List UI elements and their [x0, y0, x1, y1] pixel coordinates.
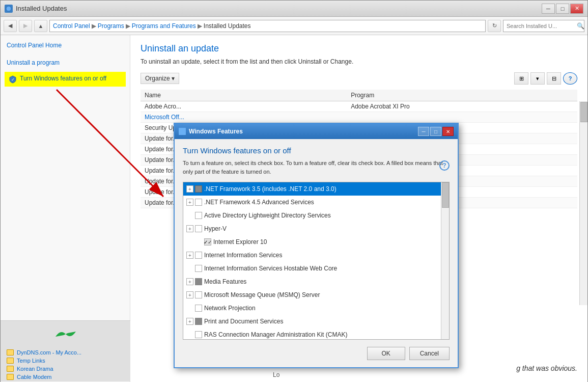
feature-item-ras[interactable]: RAS Connection Manager Administration Ki… — [183, 328, 449, 340]
features-scrollbar[interactable] — [441, 182, 449, 339]
feature-item-netproj[interactable]: Network Projection — [183, 302, 449, 315]
feature-item-iis-hwc[interactable]: Internet Information Services Hostable W… — [183, 262, 449, 275]
expand-hyperv[interactable]: + — [186, 225, 193, 232]
sidebar-home-link[interactable]: Control Panel Home — [5, 40, 126, 50]
scrollbar-thumb[interactable] — [580, 102, 587, 122]
feature-item-net45[interactable]: + .NET Framework 4.5 Advanced Services — [183, 196, 449, 209]
feature-item-msmq[interactable]: + Microsoft Message Queue (MSMQ) Server — [183, 288, 449, 302]
search-box[interactable]: 🔍 — [503, 20, 584, 32]
feature-item-ie10[interactable]: ✓ Internet Explorer 10 — [183, 235, 449, 249]
refresh-button[interactable]: ↻ — [488, 20, 501, 32]
forward-button[interactable]: ▶ — [19, 20, 32, 32]
path-programs[interactable]: Programs — [98, 22, 124, 30]
dialog-heading: Turn Windows features on or off — [183, 146, 450, 155]
view-split-button[interactable]: ⊟ — [547, 72, 561, 85]
expand-print[interactable]: + — [186, 318, 193, 325]
dialog-buttons: OK Cancel — [183, 347, 450, 360]
label-net35: .NET Framework 3.5 (includes .NET 2.0 an… — [204, 185, 337, 193]
sidebar-uninstall-link[interactable]: Uninstall a program — [5, 58, 126, 68]
main-window: Installed Updates ─ □ ✕ ◀ ▶ ▲ Control Pa… — [0, 0, 588, 382]
shield-icon: ✓ — [9, 75, 17, 84]
checkbox-net45[interactable] — [195, 199, 202, 206]
checkbox-ie10[interactable]: ✓ — [204, 238, 211, 245]
col-header-program[interactable]: Program — [347, 90, 577, 101]
expand-iis[interactable]: + — [186, 252, 193, 259]
nav-dyndns-label: DynDNS.com - My Acco... — [17, 349, 81, 356]
green-arrows-icon — [53, 324, 78, 344]
label-msmq: Microsoft Message Queue (MSMQ) Server — [204, 291, 320, 298]
cancel-button[interactable]: Cancel — [409, 347, 450, 360]
search-input[interactable] — [507, 23, 577, 29]
path-programs-features[interactable]: Programs and Features — [132, 22, 196, 30]
page-desc: To uninstall an update, select it from t… — [141, 58, 577, 65]
dialog-close-button[interactable]: ✕ — [442, 127, 454, 136]
feature-item-net35[interactable]: + .NET Framework 3.5 (includes .NET 2.0 … — [183, 182, 449, 196]
maximize-button[interactable]: □ — [556, 4, 569, 14]
dialog-icon — [179, 128, 186, 135]
help-button[interactable]: ? — [563, 72, 577, 85]
label-print: Print and Document Services — [204, 318, 283, 325]
features-scrollbar-thumb[interactable] — [442, 182, 449, 208]
checkbox-msmq[interactable] — [195, 291, 202, 298]
expand-media[interactable]: + — [186, 278, 193, 285]
checkbox-iis[interactable] — [195, 252, 202, 259]
folder-icon-korean — [7, 366, 14, 372]
nav-cable-label: Cable Modem — [17, 374, 51, 380]
path-control-panel[interactable]: Control Panel — [53, 22, 90, 30]
col-header-name[interactable]: Name — [141, 90, 347, 101]
label-ras: RAS Connection Manager Administration Ki… — [204, 331, 347, 338]
svg-text:✓: ✓ — [11, 77, 15, 82]
bottom-lo: Lo — [273, 371, 279, 378]
feature-item-adlds[interactable]: + Active Directory Lightweight Directory… — [183, 209, 449, 222]
label-netproj: Network Projection — [204, 305, 256, 312]
checkbox-print[interactable] — [195, 318, 202, 325]
checkbox-adlds[interactable] — [195, 212, 202, 219]
folder-icon-cable — [7, 374, 14, 380]
window-controls: ─ □ ✕ — [542, 4, 583, 14]
feature-item-media[interactable]: + Media Features — [183, 275, 449, 288]
label-net45: .NET Framework 4.5 Advanced Services — [204, 199, 314, 206]
sidebar-feature-label: Turn Windows features on or off — [20, 75, 106, 83]
nav-korean-label: Korean Drama — [17, 366, 53, 372]
table-cell-name: Adobe Acro... — [141, 101, 347, 112]
nav-cable[interactable]: Cable Modem — [5, 373, 126, 381]
expand-net35[interactable]: + — [186, 185, 193, 193]
dialog-help-button[interactable]: ? — [439, 160, 450, 171]
minimize-button[interactable]: ─ — [542, 4, 555, 14]
checkbox-hyperv[interactable] — [195, 225, 202, 232]
nav-korean-drama[interactable]: Korean Drama — [5, 365, 126, 373]
checkbox-iis-hwc[interactable] — [195, 265, 202, 272]
checkbox-net35[interactable] — [195, 185, 202, 193]
address-path[interactable]: Control Panel ▶ Programs ▶ Programs and … — [49, 20, 486, 32]
view-details-button[interactable]: ⊞ — [514, 72, 528, 85]
sidebar-feature-item[interactable]: ✓ Turn Windows features on or off — [5, 72, 126, 87]
path-sep-1: ▶ — [92, 22, 96, 30]
expand-net45[interactable]: + — [186, 199, 193, 206]
features-list[interactable]: + .NET Framework 3.5 (includes .NET 2.0 … — [183, 182, 450, 340]
checkbox-netproj[interactable] — [195, 305, 202, 312]
bottom-panel: DynDNS.com - My Acco... Temp Links Korea… — [1, 320, 130, 381]
title-bar-left: Installed Updates — [5, 5, 67, 13]
vertical-scrollbar[interactable] — [579, 101, 587, 305]
feature-item-print[interactable]: + Print and Document Services — [183, 315, 449, 328]
dialog-minimize-button[interactable]: ─ — [418, 127, 429, 136]
table-row[interactable]: Microsoft Off... — [141, 112, 577, 123]
window-title: Installed Updates — [16, 5, 67, 12]
table-row[interactable]: Adobe Acro... Adobe Acrobat XI Pro — [141, 101, 577, 112]
up-button[interactable]: ▲ — [34, 20, 47, 32]
checkbox-ras[interactable] — [195, 331, 202, 338]
nav-temp-links[interactable]: Temp Links — [5, 357, 126, 365]
dialog-maximize-button[interactable]: □ — [430, 127, 441, 136]
feature-item-hyperv[interactable]: + Hyper-V — [183, 222, 449, 235]
close-button[interactable]: ✕ — [570, 4, 583, 14]
label-hyperv: Hyper-V — [204, 225, 227, 232]
checkbox-media[interactable] — [195, 278, 202, 285]
organize-button[interactable]: Organize ▾ — [141, 73, 179, 84]
back-button[interactable]: ◀ — [4, 20, 17, 32]
view-dropdown-button[interactable]: ▾ — [530, 72, 545, 85]
nav-dyndns[interactable]: DynDNS.com - My Acco... — [5, 348, 126, 357]
feature-item-iis[interactable]: + Internet Information Services — [183, 249, 449, 262]
expand-msmq[interactable]: + — [186, 291, 193, 298]
page-title: Uninstall an update — [141, 43, 577, 54]
ok-button[interactable]: OK — [367, 347, 405, 360]
